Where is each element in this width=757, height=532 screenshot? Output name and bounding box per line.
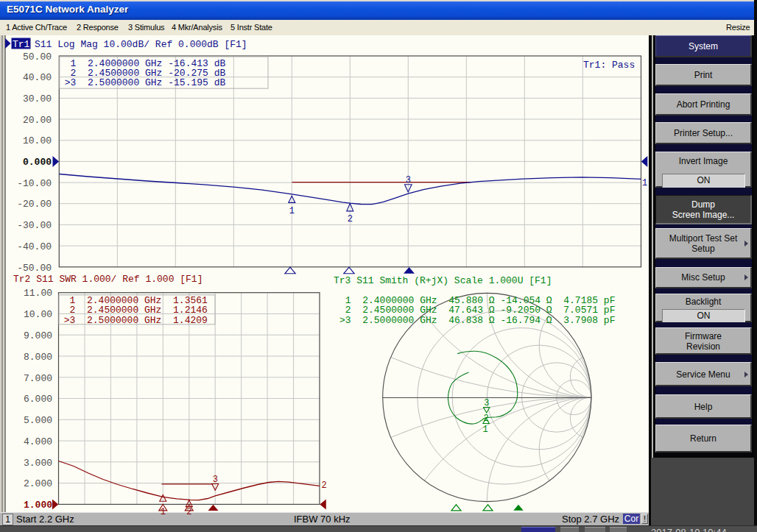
svg-text:Tr2 S11 SWR 1.000/ Ref 1.000 [: Tr2 S11 SWR 1.000/ Ref 1.000 [F1]: [13, 274, 203, 285]
svg-text:1: 1: [642, 178, 647, 188]
svg-text:10.00: 10.00: [23, 135, 52, 146]
svg-text:2: 2: [186, 507, 191, 517]
svg-text:2: 2: [322, 480, 327, 491]
svg-text:4.000: 4.000: [24, 436, 52, 447]
svg-text:2: 2: [484, 414, 489, 424]
svg-text:7.000: 7.000: [24, 373, 52, 384]
svg-text:9.000: 9.000: [24, 330, 52, 341]
svg-text:2: 2: [348, 214, 353, 224]
svg-text:-30.00: -30.00: [17, 220, 52, 231]
svg-text:5.000: 5.000: [24, 415, 52, 426]
svg-text:30.00: 30.00: [23, 93, 52, 104]
svg-text:Tr1: Tr1: [13, 39, 30, 50]
svg-text:6.000: 6.000: [24, 394, 52, 405]
svg-text:1: 1: [289, 206, 295, 216]
svg-text:1: 1: [482, 425, 487, 435]
svg-text:1.000: 1.000: [24, 500, 52, 511]
svg-text:0.000: 0.000: [23, 157, 52, 168]
svg-text:3.000: 3.000: [24, 458, 52, 469]
svg-text:-50.00: -50.00: [17, 263, 52, 274]
svg-text:>3 2.5000000 GHz 46.838 Ω -1: >3 2.5000000 GHz 46.838 Ω -16.794 Ω 3.79…: [339, 315, 615, 326]
svg-text:-20.00: -20.00: [17, 199, 52, 210]
svg-text:S11 Log Mag 10.00dB/ Ref 0.000: S11 Log Mag 10.00dB/ Ref 0.000dB [F1]: [35, 39, 247, 50]
svg-text:Tr1: Pass: Tr1: Pass: [583, 60, 635, 71]
svg-text:3: 3: [213, 475, 218, 485]
svg-text:40.00: 40.00: [23, 72, 52, 83]
svg-text:3: 3: [406, 175, 411, 185]
svg-text:1: 1: [161, 507, 166, 517]
svg-text:Tr3 S11 Smith (R+jX) Scale 1.0: Tr3 S11 Smith (R+jX) Scale 1.000U [F1]: [334, 275, 552, 286]
svg-text:-10.00: -10.00: [17, 178, 52, 189]
svg-text:2.000: 2.000: [24, 478, 52, 489]
svg-text:8.000: 8.000: [24, 352, 52, 363]
svg-text:20.00: 20.00: [23, 115, 52, 126]
svg-text:50.00: 50.00: [23, 52, 52, 63]
svg-text:10.00: 10.00: [24, 309, 52, 320]
svg-text:11.00: 11.00: [24, 288, 52, 299]
svg-text:3: 3: [484, 398, 489, 408]
svg-text:>3 2.5000000 GHz 1.4209: >3 2.5000000 GHz 1.4209: [58, 315, 208, 326]
svg-text:-40.00: -40.00: [17, 241, 52, 252]
svg-text:>3 2.5000000 GHz -15.195 dB: >3 2.5000000 GHz -15.195 dB: [59, 77, 225, 88]
